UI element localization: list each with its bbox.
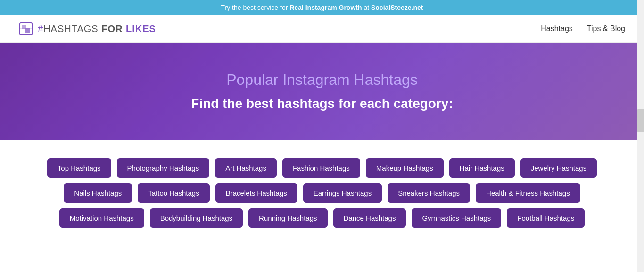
scrollbar-track[interactable] bbox=[637, 0, 644, 237]
category-button[interactable]: Top Hashtags bbox=[47, 158, 111, 178]
category-button[interactable]: Photography Hashtags bbox=[117, 158, 210, 178]
category-button[interactable]: Art Hashtags bbox=[215, 158, 277, 178]
category-button[interactable]: Jewelry Hashtags bbox=[520, 158, 597, 178]
categories-section: Top HashtagsPhotography HashtagsArt Hash… bbox=[0, 140, 644, 237]
category-button[interactable]: Football Hashtags bbox=[507, 208, 585, 228]
nav: Hashtags Tips & Blog bbox=[541, 25, 625, 33]
category-button[interactable]: Motivation Hashtags bbox=[59, 208, 144, 228]
category-button[interactable]: Health & Fitness Hashtags bbox=[476, 183, 580, 203]
category-button[interactable]: Sneakers Hashtags bbox=[388, 183, 470, 203]
hero-section: Popular Instagram Hashtags Find the best… bbox=[0, 43, 644, 140]
nav-blog[interactable]: Tips & Blog bbox=[587, 25, 625, 33]
category-button[interactable]: Bracelets Hashtags bbox=[215, 183, 297, 203]
hero-title: Find the best hashtags for each category… bbox=[191, 96, 453, 111]
category-button[interactable]: Running Hashtags bbox=[248, 208, 327, 228]
category-button[interactable]: Bodybuilding Hashtags bbox=[150, 208, 243, 228]
logo-link[interactable]: #HASHTAGS FOR LIKES bbox=[19, 22, 156, 36]
category-button[interactable]: Nails Hashtags bbox=[64, 183, 132, 203]
logo-icon bbox=[19, 22, 33, 36]
category-button[interactable]: Tattoo Hashtags bbox=[138, 183, 209, 203]
banner-text: Try the best service for Real Instagram … bbox=[221, 4, 423, 11]
category-button[interactable]: Makeup Hashtags bbox=[366, 158, 444, 178]
category-button[interactable]: Earrings Hashtags bbox=[303, 183, 382, 203]
top-banner: Try the best service for Real Instagram … bbox=[0, 0, 644, 15]
category-button[interactable]: Hair Hashtags bbox=[449, 158, 515, 178]
header: #HASHTAGS FOR LIKES Hashtags Tips & Blog bbox=[0, 15, 644, 43]
logo-text: #HASHTAGS FOR LIKES bbox=[38, 24, 156, 34]
hero-subtitle: Popular Instagram Hashtags bbox=[226, 71, 418, 89]
scrollbar-thumb[interactable] bbox=[637, 109, 644, 132]
category-button[interactable]: Fashion Hashtags bbox=[282, 158, 360, 178]
category-button[interactable]: Dance Hashtags bbox=[333, 208, 406, 228]
nav-hashtags[interactable]: Hashtags bbox=[541, 25, 573, 33]
category-button[interactable]: Gymnastics Hashtags bbox=[412, 208, 501, 228]
